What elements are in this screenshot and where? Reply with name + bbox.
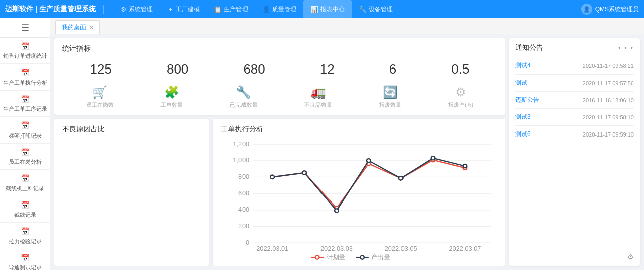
stats-icons: 🛒 员工在岗数 🧩 工单数量 🔧 已完成数量 🚛 (62, 85, 497, 109)
svg-text:2022.03.05: 2022.03.05 (384, 245, 417, 252)
workorder-chart: 1,200 1,000 800 600 400 200 (221, 138, 497, 260)
report-icon: 📊 (310, 6, 318, 13)
notice-title: 通知公告 (515, 43, 543, 52)
notice-item-2[interactable]: 迈斯公告 2016-11-16 18:06:10 (515, 92, 634, 109)
svg-text:800: 800 (238, 173, 249, 180)
notice-more-button[interactable]: • • • (618, 44, 634, 52)
dashboard: 统计指标 125 800 680 12 6 0.5 🛒 员工在岗数 (50, 34, 644, 270)
employee-icon: 📅 (21, 148, 29, 157)
sidebar-item-workorder-process[interactable]: 📅 生产工单工序记录 (0, 91, 50, 117)
completed-icon: 🔧 (236, 85, 251, 99)
notice-name-3: 测试3 (515, 113, 531, 121)
workorder-analysis-icon: 📅 (21, 68, 29, 77)
notice-item-4[interactable]: 测试6 2020-11-17 09:59:10 (515, 126, 634, 143)
svg-point-31 (463, 164, 467, 168)
stat-completed: 680 (243, 61, 265, 77)
tab-bar: 我的桌面 ✕ (50, 18, 644, 34)
svg-text:600: 600 (238, 190, 249, 197)
metric-scrap-rate: ⚙ 报废率(%) (448, 85, 473, 109)
top-navbar: 迈斯软件 | 生产质量管理系统 ⚙ 系统管理 ＋ 工厂建模 📋 生产管理 👤 质… (0, 0, 644, 18)
user-avatar: 👤 (581, 4, 592, 15)
employees-icon: 🛒 (92, 85, 107, 99)
defect-icon: 🚛 (311, 85, 326, 99)
nav-system-mgmt[interactable]: ⚙ 系统管理 (114, 0, 160, 18)
svg-text:200: 200 (238, 223, 249, 230)
scrap-icon: 🔄 (383, 85, 398, 99)
nav-menu: ⚙ 系统管理 ＋ 工厂建模 📋 生产管理 👤 质量管理 📊 报表中心 🔧 设备管… (114, 0, 581, 18)
notice-item-0[interactable]: 测试4 2020-11-17 09:58:21 (515, 57, 634, 75)
sidebar-item-wire-cut-feed[interactable]: 📅 截线机上料记录 (0, 170, 50, 196)
settings-icon[interactable]: ⚙ (627, 253, 634, 261)
tab-my-desk[interactable]: 我的桌面 ✕ (55, 20, 100, 34)
svg-point-30 (431, 156, 435, 160)
svg-text:1,000: 1,000 (233, 157, 249, 164)
sidebar-toggle[interactable]: ☰ (0, 18, 50, 38)
sidebar-item-conduction-test[interactable]: 📅 导通测试记录 (0, 249, 50, 270)
stats-numbers: 125 800 680 12 6 0.5 (62, 61, 497, 77)
stat-scrap: 6 (389, 61, 396, 77)
svg-point-28 (367, 159, 371, 162)
stat-scrap-rate: 0.5 (451, 61, 469, 77)
nav-production-mgmt[interactable]: 📋 生产管理 (207, 0, 255, 18)
wire-cut-icon: 📅 (21, 174, 29, 183)
main-layout: ☰ 📅 销售订单进度统计 📅 生产工单执行分析 📅 生产工单工序记录 📅 标签打… (0, 18, 644, 270)
nav-factory-model[interactable]: ＋ 工厂建模 (160, 0, 207, 18)
notice-time-1: 2020-11-17 09:57:56 (583, 80, 634, 86)
workorder-chart-container: 1,200 1,000 800 600 400 200 (221, 138, 497, 260)
workorder-panel-title: 工单执行分析 (221, 125, 497, 134)
defect-panel-title: 不良原因占比 (62, 125, 201, 134)
production-icon: 📋 (214, 6, 222, 13)
svg-text:2022.03.07: 2022.03.07 (449, 245, 481, 252)
nav-quality-mgmt[interactable]: 👤 质量管理 (255, 0, 303, 18)
bottom-panels: 不良原因占比 工单执行分析 1,200 (54, 119, 505, 266)
content-area: 我的桌面 ✕ 统计指标 125 800 680 12 6 0.5 (50, 18, 644, 270)
sidebar-item-wire-cut-record[interactable]: 📅 截线记录 (0, 196, 50, 223)
sidebar-item-sales-order[interactable]: 📅 销售订单进度统计 (0, 38, 50, 64)
wire-record-icon: 📅 (21, 200, 29, 210)
tab-close-button[interactable]: ✕ (89, 25, 93, 30)
svg-text:计划量: 计划量 (326, 254, 345, 260)
svg-point-33 (315, 256, 319, 259)
factory-icon: ＋ (167, 5, 174, 14)
tension-icon: 📅 (21, 227, 29, 236)
svg-point-29 (399, 176, 403, 180)
nav-report-center[interactable]: 📊 报表中心 (303, 0, 352, 18)
notice-name-0: 测试4 (515, 61, 531, 70)
metric-completed-count: 🔧 已完成数量 (230, 85, 258, 109)
right-panel: 通知公告 • • • 测试4 2020-11-17 09:58:21 测试 20… (509, 38, 640, 266)
defect-chart-container (62, 138, 201, 260)
notice-time-3: 2020-11-17 09:58:10 (583, 114, 634, 120)
sidebar-item-employee-analysis[interactable]: 📅 员工在岗分析 (0, 144, 50, 170)
nav-device-mgmt[interactable]: 🔧 设备管理 (352, 0, 400, 18)
stat-employees: 125 (90, 61, 112, 77)
system-icon: ⚙ (121, 6, 127, 13)
svg-point-27 (335, 209, 339, 212)
notice-time-2: 2016-11-16 18:06:10 (583, 97, 634, 103)
defect-panel: 不良原因占比 (54, 119, 209, 266)
label-print-icon: 📅 (21, 121, 29, 130)
stats-panel: 统计指标 125 800 680 12 6 0.5 🛒 员工在岗数 (54, 38, 505, 115)
notice-item-3[interactable]: 测试3 2020-11-17 09:58:10 (515, 109, 634, 126)
sidebar-item-production-workorder[interactable]: 📅 生产工单执行分析 (0, 64, 50, 90)
metric-employees: 🛒 员工在岗数 (86, 85, 114, 109)
notice-header: 通知公告 • • • (515, 43, 634, 52)
svg-text:产出量: 产出量 (371, 254, 390, 260)
user-name: QMS系统管理员 (595, 5, 639, 14)
svg-text:2022.03.01: 2022.03.01 (256, 245, 288, 252)
svg-text:400: 400 (238, 207, 249, 214)
metric-workorder-count: 🧩 工单数量 (160, 85, 183, 109)
device-icon: 🔧 (359, 6, 367, 13)
quality-icon: 👤 (262, 6, 270, 13)
notice-name-1: 测试 (515, 79, 527, 87)
notice-name-4: 测试6 (515, 130, 531, 139)
notice-item-1[interactable]: 测试 2020-11-17 09:57:56 (515, 75, 634, 92)
sales-order-icon: 📅 (21, 42, 29, 51)
metric-scrap-count: 🔄 报废数量 (379, 85, 401, 109)
scrap-rate-icon: ⚙ (455, 85, 466, 99)
sidebar-item-label-print[interactable]: 📅 标签打印记录 (0, 117, 50, 143)
stat-workorders: 800 (167, 61, 188, 77)
svg-point-25 (270, 175, 274, 179)
sidebar-item-tension-test[interactable]: 📅 拉力检验记录 (0, 223, 50, 249)
svg-point-36 (360, 256, 364, 259)
top-right-user: 👤 QMS系统管理员 (581, 4, 639, 15)
